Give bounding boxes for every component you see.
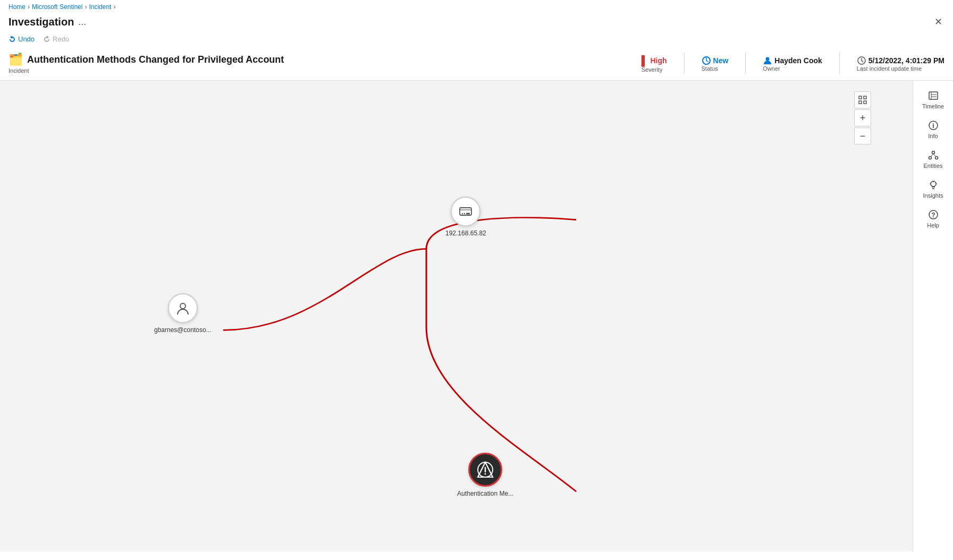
status-value: New xyxy=(702,56,729,65)
sidebar-timeline[interactable]: Timeline xyxy=(914,85,952,115)
help-label: Help xyxy=(927,222,939,228)
divider-2 xyxy=(745,53,746,74)
undo-button[interactable]: Undo xyxy=(9,35,35,43)
timeline-label: Timeline xyxy=(922,103,944,109)
alert-icon xyxy=(476,460,495,479)
owner-item: Hayden Cook Owner xyxy=(763,55,822,72)
incident-icon: 🗂️ xyxy=(9,53,23,66)
breadcrumb-home[interactable]: Home xyxy=(9,3,26,11)
ip-label: 192.168.65.82 xyxy=(445,230,486,237)
breadcrumb-incident[interactable]: Incident xyxy=(89,3,111,11)
svg-rect-14 xyxy=(859,101,862,104)
incident-bar: 🗂️ Authentication Methods Changed for Pr… xyxy=(0,47,953,81)
redo-button[interactable]: Redo xyxy=(43,35,69,43)
undo-icon xyxy=(9,36,16,43)
fit-button[interactable] xyxy=(854,91,871,108)
divider-1 xyxy=(684,53,685,74)
svg-point-6 xyxy=(462,213,463,214)
close-button[interactable]: ✕ xyxy=(932,14,944,30)
svg-rect-15 xyxy=(864,101,866,104)
info-label: Info xyxy=(928,133,938,139)
svg-point-23 xyxy=(929,157,931,159)
svg-rect-12 xyxy=(859,96,862,99)
svg-line-26 xyxy=(933,154,936,157)
status-label: Status xyxy=(702,65,729,72)
node-user[interactable]: gbarnes@contoso... xyxy=(154,293,212,334)
incident-title-section: 🗂️ Authentication Methods Changed for Pr… xyxy=(9,53,284,74)
severity-bar-icon: ▌ xyxy=(642,55,648,66)
redo-icon xyxy=(43,36,50,43)
ip-icon xyxy=(458,204,473,219)
svg-rect-8 xyxy=(466,213,470,215)
toolbar: Undo Redo xyxy=(0,33,953,47)
svg-line-25 xyxy=(931,154,933,157)
severity-item: ▌ High Severity xyxy=(642,54,667,73)
main-layout: gbarnes@contoso... 192.168.65.82 xyxy=(0,81,953,551)
severity-value: ▌ High xyxy=(642,55,667,66)
page-title-ellipsis[interactable]: ... xyxy=(78,16,86,28)
ip-circle xyxy=(451,197,480,226)
svg-point-11 xyxy=(485,473,486,475)
sidebar-help[interactable]: ? Help xyxy=(914,204,952,234)
status-icon xyxy=(702,56,711,65)
incident-type: Incident xyxy=(9,67,284,74)
svg-text:?: ? xyxy=(931,211,935,219)
fit-icon xyxy=(858,96,867,104)
svg-point-3 xyxy=(180,303,185,309)
zoom-out-button[interactable]: − xyxy=(854,128,871,145)
page-title: Investigation xyxy=(9,16,74,28)
owner-value: Hayden Cook xyxy=(763,56,822,65)
page-header: Investigation ... ✕ xyxy=(0,14,953,33)
sidebar-info[interactable]: i Info xyxy=(914,115,952,145)
user-circle xyxy=(168,293,198,323)
zoom-in-button[interactable]: + xyxy=(854,109,871,126)
sidebar-entities[interactable]: Entities xyxy=(914,145,952,174)
owner-label: Owner xyxy=(763,65,822,72)
node-ip[interactable]: 192.168.65.82 xyxy=(445,197,486,237)
status-item: New Status xyxy=(702,55,729,72)
svg-point-22 xyxy=(932,151,934,154)
incident-name: 🗂️ Authentication Methods Changed for Pr… xyxy=(9,53,284,66)
insights-icon xyxy=(928,180,939,190)
sidebar-panel: Timeline i Info Entities xyxy=(913,81,953,551)
help-icon: ? xyxy=(928,209,939,220)
divider-3 xyxy=(839,53,840,74)
sidebar-insights[interactable]: Insights xyxy=(914,174,952,204)
svg-text:i: i xyxy=(932,122,934,130)
breadcrumb-sentinel[interactable]: Microsoft Sentinel xyxy=(32,3,82,11)
user-icon xyxy=(175,301,190,316)
zoom-controls: + − xyxy=(854,91,871,145)
entities-label: Entities xyxy=(923,163,942,169)
severity-label: Severity xyxy=(642,66,667,73)
alert-label: Authentication Me... xyxy=(457,490,513,497)
breadcrumb: Home › Microsoft Sentinel › Incident › xyxy=(0,0,953,14)
graph-svg xyxy=(0,81,913,551)
info-icon: i xyxy=(928,120,939,131)
node-alert[interactable]: Authentication Me... xyxy=(457,453,513,497)
user-label: gbarnes@contoso... xyxy=(154,326,212,334)
insights-label: Insights xyxy=(923,192,943,199)
svg-point-1 xyxy=(766,57,770,61)
svg-rect-16 xyxy=(929,92,938,99)
svg-point-24 xyxy=(935,157,938,159)
alert-circle xyxy=(468,453,502,487)
svg-rect-13 xyxy=(864,96,866,99)
incident-meta: ▌ High Severity New Status Hayden Cook O… xyxy=(642,53,944,74)
owner-icon xyxy=(763,56,772,65)
date-item: 5/12/2022, 4:01:29 PM Last incident upda… xyxy=(857,55,944,72)
clock-icon xyxy=(857,56,866,65)
entities-icon xyxy=(928,150,939,160)
date-value: 5/12/2022, 4:01:29 PM xyxy=(857,56,944,65)
date-label: Last incident update time xyxy=(857,65,944,72)
graph-area[interactable]: gbarnes@contoso... 192.168.65.82 xyxy=(0,81,913,551)
svg-point-7 xyxy=(464,213,465,214)
timeline-icon xyxy=(928,90,939,101)
